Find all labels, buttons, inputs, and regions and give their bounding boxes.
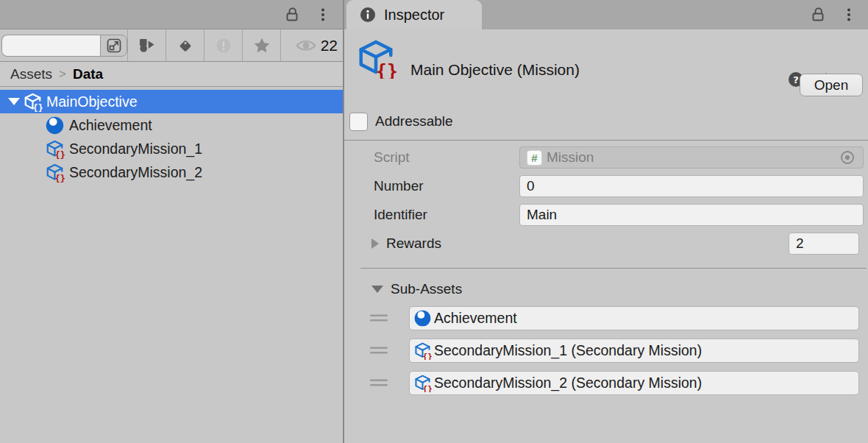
sphere-icon [45, 116, 65, 135]
open-button[interactable]: Open [800, 74, 863, 96]
tab-label: Inspector [384, 7, 444, 24]
sub-asset-label: SecondaryMission_1 (Secondary Mission) [434, 342, 702, 359]
alert-filter-button[interactable] [204, 29, 242, 61]
visible-count: 22 [321, 37, 338, 54]
eye-icon [294, 38, 318, 54]
csharp-script-icon: # [527, 150, 542, 166]
rewards-label[interactable]: Rewards [386, 235, 441, 252]
tree-item-label: SecondaryMission_2 [69, 164, 202, 181]
svg-text:{}: {} [55, 149, 65, 158]
rewards-size-input[interactable]: 2 [789, 233, 859, 255]
kebab-menu-icon[interactable] [841, 7, 857, 23]
sub-asset-row: {} SecondaryMission_1 (Secondary Mission… [369, 339, 859, 363]
sub-assets-section: Sub-Assets Achievement { [344, 269, 868, 403]
foldout-triangle[interactable] [371, 238, 379, 249]
addressable-checkbox[interactable] [349, 113, 368, 131]
scriptable-object-icon: {} [23, 92, 43, 112]
rewards-foldout-row: Rewards 2 [371, 233, 859, 255]
sub-asset-field[interactable]: {} SecondaryMission_1 (Secondary Mission… [409, 339, 859, 363]
number-input[interactable]: 0 [519, 175, 864, 197]
filter-by-label-button[interactable] [166, 29, 204, 61]
search-input[interactable] [1, 35, 100, 57]
alert-icon [215, 37, 232, 54]
svg-text:{}: {} [55, 173, 65, 182]
addressable-row: Addressable [344, 103, 868, 141]
filter-by-type-button[interactable] [127, 29, 166, 61]
visible-count-area[interactable]: 22 [280, 29, 343, 61]
sub-assets-title: Sub-Assets [391, 281, 462, 297]
foldout-triangle[interactable] [6, 98, 22, 105]
breadcrumb-root[interactable]: Assets [10, 66, 52, 82]
svg-text:{}: {} [423, 384, 433, 392]
script-label: Script [374, 149, 519, 166]
script-object-field[interactable]: # Mission [519, 146, 864, 169]
sub-asset-label: SecondaryMission_2 (Secondary Mission) [434, 375, 702, 391]
tree-item-label: MainObjective [46, 93, 138, 110]
tree-row-achievement[interactable]: Achievement [0, 113, 343, 137]
breadcrumb-current[interactable]: Data [73, 66, 103, 82]
scriptable-object-icon: {} [413, 374, 432, 392]
inspector-header: {} Main Objective (Mission) ? Open [344, 29, 868, 103]
breadcrumb: Assets > Data [0, 62, 343, 87]
mission-fields: Script # Mission Number 0 Identifier [344, 141, 868, 261]
sub-asset-field[interactable]: Achievement [409, 306, 859, 330]
sub-asset-field[interactable]: {} SecondaryMission_2 (Secondary Mission… [409, 371, 859, 395]
identifier-label: Identifier [374, 207, 519, 223]
tree-item-label: SecondaryMission_1 [69, 141, 202, 157]
sphere-icon [413, 309, 432, 327]
lock-open-icon[interactable] [810, 7, 826, 23]
breadcrumb-separator-icon: > [59, 67, 66, 82]
tree-row-secondarymission-1[interactable]: {} SecondaryMission_1 [0, 137, 343, 160]
asset-tree: {} MainObjective Achievement {} Secondar… [0, 87, 343, 443]
project-toolbar: 22 [0, 29, 343, 62]
scriptable-object-icon: {} [45, 163, 65, 182]
tree-row-mainobjective[interactable]: {} MainObjective [0, 90, 343, 113]
inspector-panel: Inspector {} Main Objective (Mission) ? [344, 0, 868, 443]
tree-item-label: Achievement [69, 117, 152, 134]
svg-text:{}: {} [376, 60, 396, 79]
svg-text:{}: {} [423, 352, 433, 360]
scriptable-object-icon: {} [45, 139, 65, 159]
script-value: Mission [547, 149, 594, 166]
tree-row-secondarymission-2[interactable]: {} SecondaryMission_2 [0, 160, 343, 184]
identifier-field-row: Identifier Main [374, 204, 864, 226]
scriptable-object-icon: {} [355, 38, 396, 79]
inspector-tabbar-actions [810, 0, 857, 29]
sub-assets-header[interactable]: Sub-Assets [371, 281, 868, 297]
search-box [1, 35, 127, 56]
favorites-star-icon [252, 36, 271, 54]
identifier-value: Main [527, 207, 557, 223]
project-titlebar [0, 0, 343, 29]
script-field-row: Script # Mission [374, 146, 864, 169]
sub-asset-row: {} SecondaryMission_2 (Secondary Mission… [369, 371, 859, 395]
number-label: Number [374, 178, 519, 194]
addressable-label: Addressable [375, 113, 453, 130]
number-value: 0 [527, 178, 535, 194]
drag-handle-icon[interactable] [369, 346, 388, 355]
number-field-row: Number 0 [374, 175, 864, 197]
tab-inspector[interactable]: Inspector [346, 0, 482, 29]
filter-by-type-icon [138, 37, 156, 54]
open-search-window-icon[interactable] [100, 35, 127, 57]
scriptable-object-icon: {} [413, 341, 432, 360]
svg-text:{}: {} [33, 102, 43, 111]
info-icon [360, 7, 376, 23]
kebab-menu-icon[interactable] [315, 7, 331, 23]
asset-title: Main Objective (Mission) [410, 61, 580, 79]
sub-asset-label: Achievement [434, 310, 517, 327]
sub-asset-row: Achievement [369, 306, 859, 330]
drag-handle-icon[interactable] [369, 313, 388, 323]
project-panel: 22 Assets > Data {} MainObjective Achiev… [0, 0, 344, 443]
foldout-triangle[interactable] [371, 286, 383, 293]
filter-by-label-icon [177, 37, 194, 54]
lock-open-icon[interactable] [284, 7, 300, 23]
svg-text:?: ? [793, 74, 799, 85]
drag-handle-icon[interactable] [369, 378, 388, 388]
identifier-input[interactable]: Main [519, 204, 864, 226]
favorites-button[interactable] [242, 29, 280, 61]
rewards-size-value: 2 [796, 235, 804, 252]
object-picker-icon[interactable] [839, 149, 856, 166]
inspector-tabbar: Inspector [344, 0, 868, 29]
